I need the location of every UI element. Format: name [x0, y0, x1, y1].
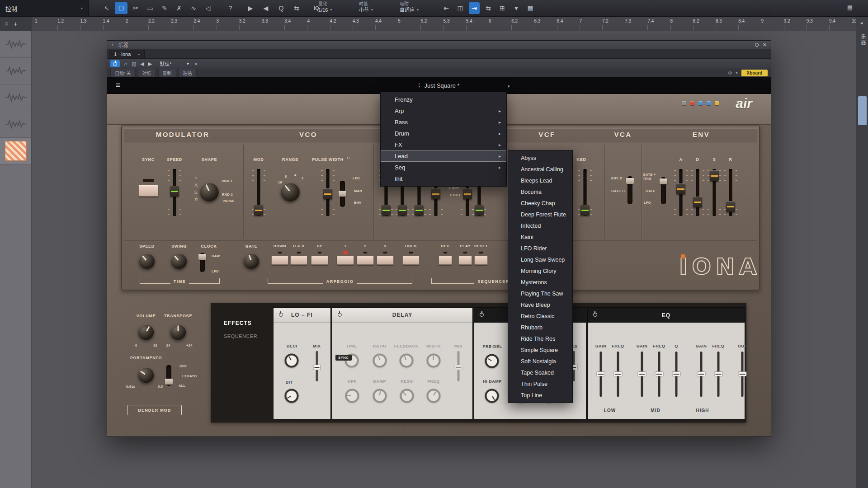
track-row-5[interactable]	[0, 138, 31, 164]
preset-item-long-saw-sweep[interactable]: Long Saw Sweep	[508, 254, 572, 265]
portamento-mode-switch[interactable]	[166, 365, 171, 386]
split-tool-icon[interactable]: ✂	[129, 2, 142, 14]
preset-item-top-line[interactable]: Top Line	[508, 389, 572, 401]
help-button[interactable]: ?	[224, 2, 237, 14]
pointer-tool-icon[interactable]: ↖	[100, 2, 113, 14]
paint-tool-icon[interactable]: ✎	[158, 2, 171, 14]
arp-gate-knob[interactable]	[244, 253, 259, 269]
hamburger-icon[interactable]: ≡	[113, 80, 123, 90]
delay-power-icon[interactable]	[338, 313, 342, 317]
track-menu-icon[interactable]: ≡	[5, 20, 8, 28]
track-row-4[interactable]	[0, 111, 31, 138]
hidamp-knob[interactable]	[485, 389, 499, 403]
preset-item-kaini[interactable]: Kaini	[508, 231, 572, 243]
delay-sync-toggle[interactable]: SYNC	[335, 355, 352, 361]
copy-button[interactable]: 复制	[158, 69, 176, 77]
menu-item-arp[interactable]: Arp ▸	[381, 105, 506, 117]
arp-button[interactable]	[271, 256, 288, 265]
eq-power-icon[interactable]	[593, 313, 597, 317]
eq-slider[interactable]	[671, 352, 681, 397]
preset-spinner[interactable]: ▴ ▾	[418, 82, 420, 88]
menu-item-drum[interactable]: Drum ▸	[381, 128, 506, 139]
bit-knob[interactable]	[284, 389, 298, 403]
mute-tool-icon[interactable]: ✗	[173, 2, 185, 14]
preset-item-cheeky-chap[interactable]: Cheeky Chap	[508, 197, 572, 209]
add-instrument-icon[interactable]: +	[111, 42, 114, 47]
clock-switch[interactable]	[200, 253, 205, 272]
arp-button[interactable]	[357, 256, 374, 265]
seq-button[interactable]	[458, 256, 472, 265]
preset-menu-caret[interactable]: ▾	[505, 84, 513, 89]
eq-slider[interactable]	[637, 352, 647, 397]
preset-item-tape-soaked[interactable]: Tape Soaked	[508, 367, 572, 378]
snap-cursor-icon[interactable]: ⇥	[469, 2, 480, 14]
control-dropdown[interactable]: 控制 ▾	[0, 0, 89, 16]
preset-item-morning-glory[interactable]: Morning Glory	[508, 265, 572, 277]
tab-sequencer[interactable]: SEQUENCER	[224, 333, 257, 339]
snap-start-icon[interactable]: ⇤	[441, 2, 452, 14]
xboard-button[interactable]: Xboard	[741, 70, 768, 76]
keyboard-panel-icon[interactable]: ▦	[525, 2, 536, 14]
eq-slider[interactable]	[654, 352, 664, 397]
transpose-knob[interactable]	[170, 324, 186, 340]
grid-icon[interactable]: ⊞	[497, 2, 508, 14]
range-tool-icon[interactable]: ☐	[115, 2, 127, 14]
snap-relative-icon[interactable]: ⇆	[483, 2, 494, 14]
arp-button[interactable]	[290, 256, 307, 265]
menu-item-lead[interactable]: Lead ▸	[381, 150, 506, 162]
track-row-2[interactable]	[0, 58, 31, 84]
deci-knob[interactable]	[284, 354, 298, 368]
listen-tool-icon[interactable]: ◁	[202, 2, 214, 14]
collapse-icon[interactable]: ◂	[860, 20, 863, 25]
preset-item-soft-nostalgia[interactable]: Soft Nostalgia	[508, 356, 572, 367]
arp-button[interactable]	[402, 256, 420, 265]
quantize-select[interactable]: 1/16 ▾	[318, 7, 332, 14]
portamento-knob[interactable]	[138, 367, 154, 383]
delay-width-knob[interactable]	[426, 354, 440, 368]
preset-item-playing-the-saw[interactable]: Playing The Saw	[508, 288, 572, 299]
menu-item-seq[interactable]: Seq ▸	[381, 162, 506, 173]
bender-mod-button[interactable]: BENDER MOD	[127, 405, 182, 415]
snap-grid-icon[interactable]: ◫	[455, 2, 466, 14]
pw-source-switch[interactable]	[340, 181, 345, 207]
pin-icon[interactable]	[754, 42, 759, 47]
prev-preset-icon[interactable]: ◀	[140, 61, 144, 67]
preset-item-retro-classic[interactable]: Retro Classic	[508, 310, 572, 322]
menu-item-fx[interactable]: FX ▸	[381, 139, 506, 150]
lfo-speed-slider[interactable]	[168, 169, 181, 216]
preset-dropdown[interactable]: 默认* ▾	[160, 60, 189, 67]
env-decay-slider[interactable]	[691, 169, 704, 216]
preset-item-rave-bleep[interactable]: Rave Bleep	[508, 299, 572, 310]
preset-item-infected[interactable]: Infected	[508, 220, 572, 231]
delay-mix-fader[interactable]	[454, 351, 463, 381]
delay-ratio-knob[interactable]	[373, 354, 387, 368]
vco-range-knob[interactable]	[281, 183, 300, 202]
arp-swing-knob[interactable]	[171, 253, 187, 269]
preset-item-ride-the-res[interactable]: Ride The Res	[508, 333, 572, 344]
preset-item-lfo-rider[interactable]: LFO Rider	[508, 243, 572, 254]
timeline-ruler[interactable]: 11.21.31.422.22.32.433.23.33.444.24.34.4…	[32, 17, 856, 31]
timebase-select[interactable]: 小节 ▾	[359, 7, 373, 14]
predelay-knob[interactable]	[485, 354, 499, 368]
seq-button[interactable]	[439, 256, 452, 265]
eq-slider[interactable]	[613, 352, 623, 397]
delay-feedback-knob[interactable]	[399, 354, 413, 368]
vca-mode-switch[interactable]	[627, 176, 632, 204]
preset-name-control[interactable]: ▴ ▾ Just Square *	[418, 82, 459, 89]
preset-item-mysterons[interactable]: Mysterons	[508, 277, 572, 288]
tab-effects[interactable]: EFFECTS	[224, 320, 252, 326]
grid-caret-icon[interactable]: ▾	[511, 2, 522, 14]
lofi-power-icon[interactable]	[279, 313, 283, 317]
menu-item-frenzy[interactable]: Frenzy	[381, 94, 506, 105]
preset-item-bocuma[interactable]: Bocuma	[508, 186, 572, 197]
env-release-slider[interactable]	[724, 169, 737, 216]
preset-item-simple-square[interactable]: Simple Square	[508, 344, 572, 356]
return-cursor-icon[interactable]: ◀	[259, 2, 272, 14]
arp-speed-knob[interactable]	[139, 253, 155, 269]
arp-button[interactable]	[377, 256, 394, 265]
plugin-power-button[interactable]	[110, 60, 120, 67]
lfo-shape-knob[interactable]	[200, 183, 219, 202]
lofi-mix-fader[interactable]	[312, 351, 321, 381]
preset-item-deep-forest-flute[interactable]: Deep Forest Flute	[508, 209, 572, 220]
vcf-kbd-slider[interactable]	[578, 169, 592, 216]
